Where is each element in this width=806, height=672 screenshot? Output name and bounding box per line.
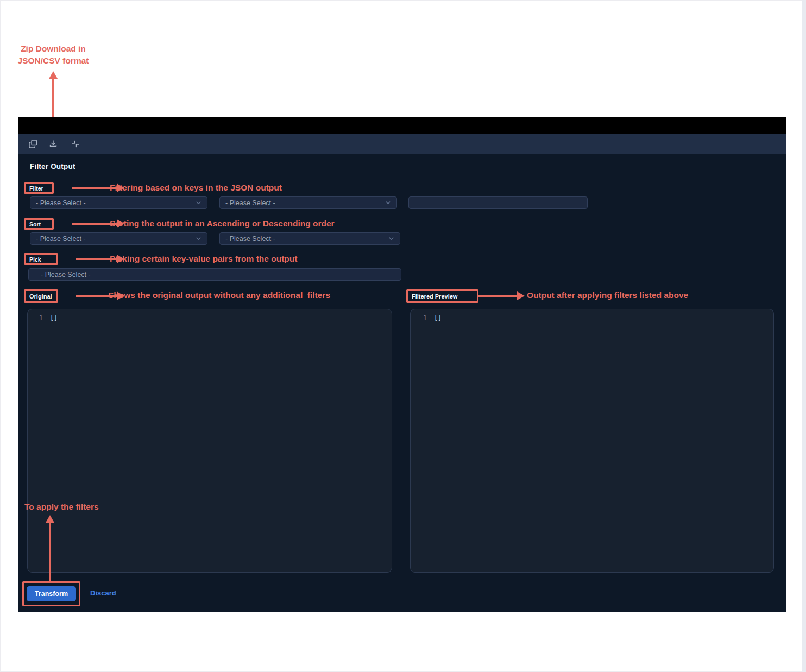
arrow-line-filtered — [478, 295, 518, 297]
arrow-up-head-apply — [46, 515, 54, 523]
filter-operator-select-value: - Please Select - — [225, 199, 275, 207]
pick-select-value: - Please Select - — [41, 271, 91, 278]
filter-note: Filtering based on keys in the JSON outp… — [110, 183, 282, 193]
filtered-code-content: [] — [434, 314, 442, 322]
scrollbar[interactable] — [802, 0, 806, 672]
filter-value-input[interactable] — [408, 196, 588, 209]
download-icon[interactable] — [48, 139, 58, 149]
page: Zip Download in JSON/CSV format Filter O… — [0, 0, 806, 672]
collapse-icon[interactable] — [71, 139, 80, 149]
sort-key-select[interactable]: - Please Select - — [30, 232, 207, 245]
zip-download-note-line2: JSON/CSV format — [10, 55, 97, 67]
sort-note: Sorting the output in an Ascending or De… — [110, 219, 335, 229]
filter-key-select-value: - Please Select - — [36, 199, 86, 207]
filter-key-select[interactable]: - Please Select - — [30, 196, 207, 209]
pick-label: Pick — [29, 256, 41, 263]
chevron-down-icon — [388, 236, 394, 242]
arrow-line-apply — [49, 522, 51, 582]
original-code-line: 1 [] — [28, 309, 392, 322]
filter-label-box: Filter — [24, 182, 54, 194]
apply-note: To apply the filters — [24, 502, 99, 512]
original-label: Original — [29, 293, 52, 300]
line-number: 1 — [411, 314, 427, 322]
chevron-down-icon — [196, 236, 202, 242]
copy-icon[interactable] — [28, 139, 38, 149]
original-code-content: [] — [50, 314, 58, 322]
discard-link[interactable]: Discard — [90, 589, 116, 597]
sort-key-select-value: - Please Select - — [36, 235, 86, 243]
filter-operator-select[interactable]: - Please Select - — [219, 196, 397, 209]
original-label-box: Original — [24, 289, 58, 303]
pick-note: Picking certain key-value pairs from the… — [110, 254, 297, 264]
pick-label-box: Pick — [24, 253, 58, 265]
filtered-note: Output after applying filters listed abo… — [527, 290, 688, 300]
page-title: Filter Output — [30, 162, 75, 170]
original-code-editor[interactable]: 1 [] — [27, 309, 392, 573]
filter-label: Filter — [29, 185, 43, 192]
filtered-preview-label-box: Filtered Preview — [406, 289, 478, 303]
filtered-preview-label: Filtered Preview — [412, 293, 457, 300]
arrow-up-head-zip — [49, 71, 58, 79]
sort-order-select-value: - Please Select - — [225, 235, 275, 243]
zip-download-note-line1: Zip Download in — [10, 43, 97, 55]
chevron-down-icon — [385, 200, 391, 206]
filtered-preview-code-editor[interactable]: 1 [] — [410, 309, 774, 573]
highlight-box-transform — [22, 581, 80, 606]
toolbar — [18, 134, 786, 154]
zip-download-note: Zip Download in JSON/CSV format — [10, 43, 97, 67]
sort-order-select[interactable]: - Please Select - — [219, 232, 400, 245]
pick-select[interactable]: - Please Select - — [28, 268, 401, 281]
filtered-code-line: 1 [] — [411, 309, 773, 322]
original-note: Shows the original output without any ad… — [108, 290, 330, 300]
arrow-right-head-filtered — [517, 291, 525, 300]
chevron-down-icon — [196, 200, 202, 206]
line-number: 1 — [28, 314, 43, 322]
sort-label: Sort — [29, 221, 41, 227]
window-top-bar — [18, 117, 786, 134]
sort-label-box: Sort — [24, 218, 54, 230]
